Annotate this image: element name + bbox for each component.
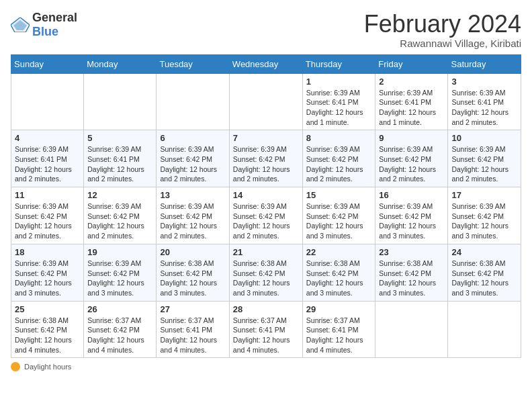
calendar-cell: 22Sunrise: 6:38 AMSunset: 6:42 PMDayligh… bbox=[302, 244, 375, 301]
day-number: 16 bbox=[379, 190, 444, 200]
footer: Daylight hours bbox=[11, 362, 521, 371]
day-number: 20 bbox=[160, 247, 225, 257]
logo: General Blue bbox=[11, 11, 77, 39]
day-number: 12 bbox=[87, 190, 152, 200]
weekday-header: Monday bbox=[84, 54, 157, 73]
calendar-cell: 28Sunrise: 6:37 AMSunset: 6:41 PMDayligh… bbox=[229, 301, 302, 358]
page-header: General Blue February 2024 Rawannawi Vil… bbox=[11, 11, 521, 49]
weekday-header-row: SundayMondayTuesdayWednesdayThursdayFrid… bbox=[11, 54, 521, 73]
calendar-cell bbox=[157, 73, 229, 130]
day-number: 1 bbox=[306, 77, 372, 87]
calendar-table: SundayMondayTuesdayWednesdayThursdayFrid… bbox=[11, 54, 521, 359]
calendar-week-row: 1Sunrise: 6:39 AMSunset: 6:41 PMDaylight… bbox=[11, 73, 521, 130]
day-number: 9 bbox=[379, 133, 444, 143]
calendar-week-row: 25Sunrise: 6:38 AMSunset: 6:42 PMDayligh… bbox=[11, 301, 521, 358]
calendar-cell: 5Sunrise: 6:39 AMSunset: 6:41 PMDaylight… bbox=[84, 130, 157, 187]
calendar-cell: 18Sunrise: 6:39 AMSunset: 6:42 PMDayligh… bbox=[11, 244, 84, 301]
day-info: Sunrise: 6:39 AMSunset: 6:41 PMDaylight:… bbox=[15, 144, 80, 184]
calendar-week-row: 18Sunrise: 6:39 AMSunset: 6:42 PMDayligh… bbox=[11, 244, 521, 301]
calendar-cell: 27Sunrise: 6:37 AMSunset: 6:41 PMDayligh… bbox=[157, 301, 229, 358]
day-info: Sunrise: 6:39 AMSunset: 6:42 PMDaylight:… bbox=[160, 201, 225, 241]
day-info: Sunrise: 6:39 AMSunset: 6:41 PMDaylight:… bbox=[379, 88, 444, 128]
day-info: Sunrise: 6:39 AMSunset: 6:42 PMDaylight:… bbox=[306, 201, 372, 241]
calendar-cell bbox=[375, 301, 448, 358]
day-number: 25 bbox=[15, 304, 80, 314]
day-info: Sunrise: 6:37 AMSunset: 6:41 PMDaylight:… bbox=[160, 316, 225, 355]
calendar-cell: 20Sunrise: 6:38 AMSunset: 6:42 PMDayligh… bbox=[157, 244, 229, 301]
logo-text: General Blue bbox=[32, 11, 77, 39]
day-info: Sunrise: 6:38 AMSunset: 6:42 PMDaylight:… bbox=[379, 259, 444, 298]
calendar-cell: 8Sunrise: 6:39 AMSunset: 6:42 PMDaylight… bbox=[302, 130, 375, 187]
day-info: Sunrise: 6:38 AMSunset: 6:42 PMDaylight:… bbox=[233, 259, 299, 298]
day-info: Sunrise: 6:39 AMSunset: 6:42 PMDaylight:… bbox=[15, 201, 80, 241]
calendar-cell: 26Sunrise: 6:37 AMSunset: 6:42 PMDayligh… bbox=[84, 301, 157, 358]
calendar-cell: 21Sunrise: 6:38 AMSunset: 6:42 PMDayligh… bbox=[229, 244, 302, 301]
calendar-cell: 2Sunrise: 6:39 AMSunset: 6:41 PMDaylight… bbox=[375, 73, 448, 130]
day-number: 18 bbox=[15, 247, 80, 257]
calendar-cell: 7Sunrise: 6:39 AMSunset: 6:42 PMDaylight… bbox=[229, 130, 302, 187]
calendar-cell: 25Sunrise: 6:38 AMSunset: 6:42 PMDayligh… bbox=[11, 301, 84, 358]
page-subtitle: Rawannawi Village, Kiribati bbox=[364, 38, 521, 49]
logo-blue: Blue bbox=[32, 25, 58, 38]
day-info: Sunrise: 6:38 AMSunset: 6:42 PMDaylight:… bbox=[306, 259, 372, 298]
calendar-cell bbox=[229, 73, 302, 130]
calendar-cell: 12Sunrise: 6:39 AMSunset: 6:42 PMDayligh… bbox=[84, 187, 157, 244]
day-info: Sunrise: 6:39 AMSunset: 6:41 PMDaylight:… bbox=[306, 88, 372, 128]
day-number: 29 bbox=[306, 304, 372, 314]
day-number: 24 bbox=[451, 247, 517, 257]
day-info: Sunrise: 6:38 AMSunset: 6:42 PMDaylight:… bbox=[160, 259, 225, 298]
day-number: 27 bbox=[160, 304, 225, 314]
day-info: Sunrise: 6:39 AMSunset: 6:42 PMDaylight:… bbox=[306, 144, 372, 184]
day-number: 15 bbox=[306, 190, 372, 200]
calendar-header: SundayMondayTuesdayWednesdayThursdayFrid… bbox=[11, 54, 521, 73]
day-number: 7 bbox=[233, 133, 299, 143]
calendar-cell: 24Sunrise: 6:38 AMSunset: 6:42 PMDayligh… bbox=[448, 244, 521, 301]
day-number: 2 bbox=[379, 77, 444, 87]
daylight-label: Daylight hours bbox=[24, 363, 71, 371]
day-info: Sunrise: 6:39 AMSunset: 6:42 PMDaylight:… bbox=[379, 144, 444, 184]
calendar-cell: 10Sunrise: 6:39 AMSunset: 6:42 PMDayligh… bbox=[448, 130, 521, 187]
calendar-body: 1Sunrise: 6:39 AMSunset: 6:41 PMDaylight… bbox=[11, 73, 521, 358]
calendar-cell: 1Sunrise: 6:39 AMSunset: 6:41 PMDaylight… bbox=[302, 73, 375, 130]
day-info: Sunrise: 6:37 AMSunset: 6:42 PMDaylight:… bbox=[87, 316, 152, 355]
calendar-cell: 16Sunrise: 6:39 AMSunset: 6:42 PMDayligh… bbox=[375, 187, 448, 244]
day-number: 23 bbox=[379, 247, 444, 257]
day-number: 26 bbox=[87, 304, 152, 314]
day-number: 5 bbox=[87, 133, 152, 143]
calendar-cell bbox=[448, 301, 521, 358]
day-number: 14 bbox=[233, 190, 299, 200]
day-number: 8 bbox=[306, 133, 372, 143]
day-info: Sunrise: 6:39 AMSunset: 6:42 PMDaylight:… bbox=[160, 144, 225, 184]
weekday-header: Saturday bbox=[448, 54, 521, 73]
calendar-week-row: 11Sunrise: 6:39 AMSunset: 6:42 PMDayligh… bbox=[11, 187, 521, 244]
day-info: Sunrise: 6:39 AMSunset: 6:42 PMDaylight:… bbox=[87, 259, 152, 298]
day-info: Sunrise: 6:39 AMSunset: 6:42 PMDaylight:… bbox=[233, 201, 299, 241]
day-number: 6 bbox=[160, 133, 225, 143]
day-info: Sunrise: 6:37 AMSunset: 6:41 PMDaylight:… bbox=[233, 316, 299, 355]
calendar-cell: 13Sunrise: 6:39 AMSunset: 6:42 PMDayligh… bbox=[157, 187, 229, 244]
sun-icon bbox=[11, 362, 20, 371]
page-title: February 2024 bbox=[364, 11, 521, 38]
day-number: 11 bbox=[15, 190, 80, 200]
calendar-cell: 11Sunrise: 6:39 AMSunset: 6:42 PMDayligh… bbox=[11, 187, 84, 244]
calendar-cell: 9Sunrise: 6:39 AMSunset: 6:42 PMDaylight… bbox=[375, 130, 448, 187]
day-info: Sunrise: 6:39 AMSunset: 6:41 PMDaylight:… bbox=[451, 88, 517, 128]
day-info: Sunrise: 6:39 AMSunset: 6:42 PMDaylight:… bbox=[451, 201, 517, 241]
day-info: Sunrise: 6:39 AMSunset: 6:42 PMDaylight:… bbox=[451, 144, 517, 184]
generalblue-logo-icon bbox=[11, 17, 30, 32]
weekday-header: Sunday bbox=[11, 54, 84, 73]
calendar-cell: 6Sunrise: 6:39 AMSunset: 6:42 PMDaylight… bbox=[157, 130, 229, 187]
calendar-cell bbox=[84, 73, 157, 130]
day-info: Sunrise: 6:39 AMSunset: 6:42 PMDaylight:… bbox=[87, 201, 152, 241]
calendar-week-row: 4Sunrise: 6:39 AMSunset: 6:41 PMDaylight… bbox=[11, 130, 521, 187]
weekday-header: Tuesday bbox=[157, 54, 229, 73]
day-number: 3 bbox=[451, 77, 517, 87]
calendar-cell: 14Sunrise: 6:39 AMSunset: 6:42 PMDayligh… bbox=[229, 187, 302, 244]
day-number: 19 bbox=[87, 247, 152, 257]
weekday-header: Friday bbox=[375, 54, 448, 73]
day-info: Sunrise: 6:38 AMSunset: 6:42 PMDaylight:… bbox=[451, 259, 517, 298]
weekday-header: Wednesday bbox=[229, 54, 302, 73]
day-number: 13 bbox=[160, 190, 225, 200]
weekday-header: Thursday bbox=[302, 54, 375, 73]
calendar-cell: 15Sunrise: 6:39 AMSunset: 6:42 PMDayligh… bbox=[302, 187, 375, 244]
